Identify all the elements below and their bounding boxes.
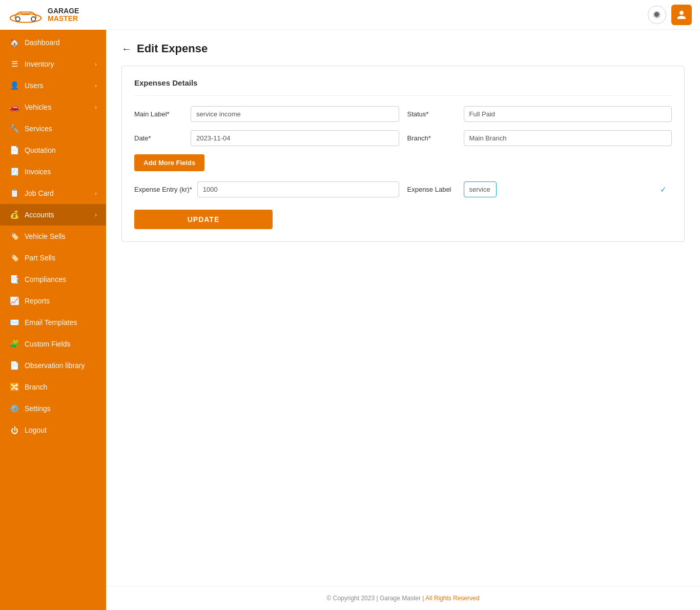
sidebar-item-label: Quotation xyxy=(25,146,56,154)
chevron-right-icon: › xyxy=(95,190,97,196)
sidebar-item-label: Compliances xyxy=(25,275,66,283)
sidebar-item-custom-fields[interactable]: 🧩 Custom Fields xyxy=(0,333,106,355)
branch-input[interactable] xyxy=(464,130,672,146)
status-input[interactable] xyxy=(464,106,672,122)
chevron-right-icon: › xyxy=(95,61,97,67)
sidebar-item-quotation[interactable]: 📄 Quotation xyxy=(0,139,106,161)
sidebar-item-branch[interactable]: 🔀 Branch xyxy=(0,376,106,398)
expense-entry-input[interactable] xyxy=(197,181,399,197)
sidebar-item-users[interactable]: 👤 Users › xyxy=(0,75,106,96)
form-row-2: Date* Branch* xyxy=(134,130,672,146)
sidebar-item-observation-library[interactable]: 📄 Observation library xyxy=(0,355,106,376)
compliances-icon: 📑 xyxy=(9,274,19,284)
reports-icon: 📈 xyxy=(9,296,19,306)
sidebar-item-accounts[interactable]: 💰 Accounts › xyxy=(0,204,106,226)
expense-entry-label: Expense Entry (kr)* xyxy=(134,186,192,193)
email-icon: ✉️ xyxy=(9,317,19,328)
quotation-icon: 📄 xyxy=(9,145,19,155)
back-button[interactable]: ← xyxy=(121,43,132,55)
sidebar-item-logout[interactable]: ⏻ Logout xyxy=(0,419,106,441)
expense-details-card: Expenses Details Main Label* Status* Dat… xyxy=(121,66,685,242)
sidebar-item-vehicle-sells[interactable]: 🏷️ Vehicle Sells xyxy=(0,226,106,247)
sidebar-item-label: Invoices xyxy=(25,168,51,176)
branch-label: Branch* xyxy=(407,134,459,142)
status-group: Status* xyxy=(407,106,672,122)
date-input[interactable] xyxy=(191,130,399,146)
sidebar-item-job-card[interactable]: 📋 Job Card › xyxy=(0,182,106,204)
sidebar-item-reports[interactable]: 📈 Reports xyxy=(0,290,106,312)
date-group: Date* xyxy=(134,130,399,146)
footer-highlight: All Rights Reserved xyxy=(425,595,479,602)
status-label: Status* xyxy=(407,110,459,118)
users-icon: 👤 xyxy=(9,80,19,91)
sidebar-item-label: Vehicle Sells xyxy=(25,232,65,240)
accounts-icon: 💰 xyxy=(9,210,19,220)
main-label-label: Main Label* xyxy=(134,110,186,118)
chevron-right-icon: › xyxy=(95,104,97,110)
observation-icon: 📄 xyxy=(9,360,19,371)
sidebar-item-inventory[interactable]: ☰ Inventory › xyxy=(0,53,106,75)
sidebar-item-services[interactable]: 🔧 Services xyxy=(0,118,106,139)
form-row-3: Expense Entry (kr)* Expense Label servic… xyxy=(134,181,672,197)
user-profile-button[interactable] xyxy=(671,5,692,25)
gear-icon xyxy=(653,11,661,19)
sidebar-item-part-sells[interactable]: 🏷️ Part Sells xyxy=(0,247,106,269)
logo-car-icon xyxy=(8,5,44,25)
settings-icon: ⚙️ xyxy=(9,403,19,414)
inventory-icon: ☰ xyxy=(9,59,19,69)
footer: © Copyright 2023 | Garage Master | All R… xyxy=(106,586,700,610)
sidebar-item-label: Services xyxy=(25,125,52,133)
sidebar-item-vehicles[interactable]: 🚗 Vehicles › xyxy=(0,96,106,118)
sidebar-item-label: Email Templates xyxy=(25,318,77,327)
logo-master-text: MASTER xyxy=(48,15,79,23)
sidebar-item-invoices[interactable]: 🧾 Invoices xyxy=(0,161,106,182)
sidebar-item-label: Job Card xyxy=(25,189,54,197)
sidebar-item-settings[interactable]: ⚙️ Settings xyxy=(0,398,106,419)
expense-label-select-wrapper: service ✓ xyxy=(464,181,672,197)
sidebar-item-label: Observation library xyxy=(25,361,85,370)
logo-garage-text: GARAGE xyxy=(48,7,79,15)
dashboard-icon: 🏠 xyxy=(9,37,19,48)
job-card-icon: 📋 xyxy=(9,188,19,198)
expense-label-select[interactable]: service xyxy=(464,181,497,197)
chevron-right-icon: › xyxy=(95,212,97,218)
date-label: Date* xyxy=(134,134,186,142)
sidebar-item-label: Dashboard xyxy=(25,38,60,47)
logo: GARAGE MASTER xyxy=(0,0,106,30)
user-icon xyxy=(676,10,687,20)
sidebar-item-label: Users xyxy=(25,82,44,90)
checkmark-icon: ✓ xyxy=(660,185,667,194)
part-sells-icon: 🏷️ xyxy=(9,253,19,263)
svg-point-1 xyxy=(16,17,20,21)
topbar xyxy=(106,0,700,30)
page-header: ← Edit Expense xyxy=(121,42,685,55)
main-label-group: Main Label* xyxy=(134,106,399,122)
main-label-input[interactable] xyxy=(191,106,399,122)
update-button[interactable]: UPDATE xyxy=(134,210,273,229)
expense-label-label: Expense Label xyxy=(407,186,459,193)
logout-icon: ⏻ xyxy=(9,425,19,435)
add-more-fields-button[interactable]: Add More Fields xyxy=(134,154,204,171)
sidebar-item-label: Branch xyxy=(25,383,47,391)
sidebar: GARAGE MASTER 🏠 Dashboard ☰ Inventory › … xyxy=(0,0,106,610)
vehicles-icon: 🚗 xyxy=(9,102,19,112)
services-icon: 🔧 xyxy=(9,124,19,134)
sidebar-item-label: Logout xyxy=(25,426,47,434)
page-title: Edit Expense xyxy=(137,42,208,55)
sidebar-item-label: Accounts xyxy=(25,211,54,219)
settings-button[interactable] xyxy=(648,6,666,24)
sidebar-item-label: Settings xyxy=(25,404,51,413)
branch-group: Branch* xyxy=(407,130,672,146)
sidebar-nav: 🏠 Dashboard ☰ Inventory › 👤 Users › 🚗 Ve… xyxy=(0,30,106,441)
sidebar-item-label: Vehicles xyxy=(25,103,51,111)
invoices-icon: 🧾 xyxy=(9,167,19,177)
expense-entry-group: Expense Entry (kr)* xyxy=(134,181,399,197)
sidebar-item-email-templates[interactable]: ✉️ Email Templates xyxy=(0,312,106,333)
footer-text: © Copyright 2023 | Garage Master | All R… xyxy=(327,595,480,602)
chevron-right-icon: › xyxy=(95,83,97,89)
sidebar-item-dashboard[interactable]: 🏠 Dashboard xyxy=(0,32,106,53)
sidebar-item-label: Part Sells xyxy=(25,254,55,262)
svg-point-0 xyxy=(10,14,42,23)
main-content: ← Edit Expense Expenses Details Main Lab… xyxy=(106,0,700,610)
sidebar-item-compliances[interactable]: 📑 Compliances xyxy=(0,269,106,290)
